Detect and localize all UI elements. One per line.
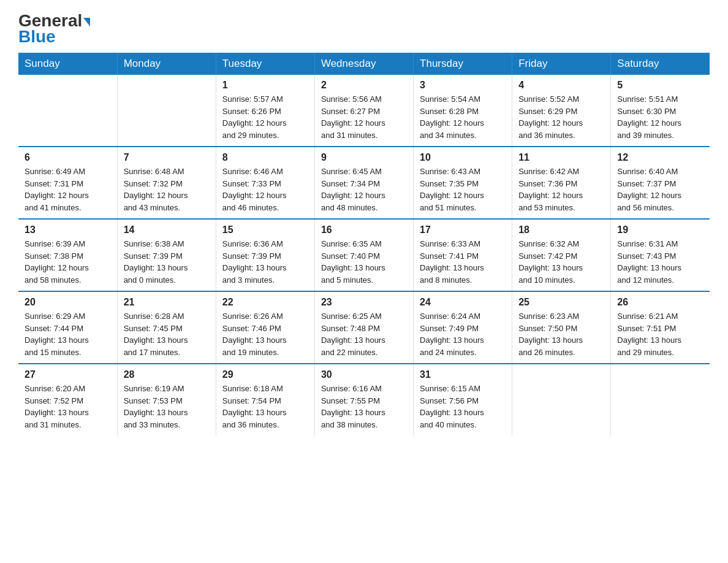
calendar-table: SundayMondayTuesdayWednesdayThursdayFrid…: [18, 53, 710, 435]
calendar-cell: 12Sunrise: 6:40 AM Sunset: 7:37 PM Dayli…: [611, 147, 710, 219]
calendar-cell: 31Sunrise: 6:15 AM Sunset: 7:56 PM Dayli…: [414, 364, 512, 435]
calendar-cell: 5Sunrise: 5:51 AM Sunset: 6:30 PM Daylig…: [611, 75, 710, 147]
weekday-header-wednesday: Wednesday: [314, 53, 413, 75]
day-info: Sunrise: 6:48 AM Sunset: 7:32 PM Dayligh…: [124, 166, 210, 213]
day-number: 19: [617, 224, 703, 236]
calendar-cell: 29Sunrise: 6:18 AM Sunset: 7:54 PM Dayli…: [216, 364, 314, 435]
day-info: Sunrise: 6:31 AM Sunset: 7:43 PM Dayligh…: [617, 238, 703, 286]
calendar-cell: 24Sunrise: 6:24 AM Sunset: 7:49 PM Dayli…: [414, 291, 512, 364]
weekday-header-friday: Friday: [512, 53, 611, 75]
calendar-cell: 11Sunrise: 6:42 AM Sunset: 7:36 PM Dayli…: [512, 147, 611, 219]
day-info: Sunrise: 6:15 AM Sunset: 7:56 PM Dayligh…: [420, 383, 506, 431]
calendar-header-row: SundayMondayTuesdayWednesdayThursdayFrid…: [18, 53, 710, 75]
calendar-cell: 26Sunrise: 6:21 AM Sunset: 7:51 PM Dayli…: [611, 291, 710, 364]
page-header: General Blue: [18, 12, 710, 47]
day-number: 5: [617, 80, 703, 91]
calendar-cell: 25Sunrise: 6:23 AM Sunset: 7:50 PM Dayli…: [512, 291, 611, 364]
day-info: Sunrise: 6:46 AM Sunset: 7:33 PM Dayligh…: [222, 166, 308, 213]
calendar-cell: 6Sunrise: 6:49 AM Sunset: 7:31 PM Daylig…: [18, 147, 117, 219]
day-number: 21: [124, 297, 210, 308]
calendar-cell: 13Sunrise: 6:39 AM Sunset: 7:38 PM Dayli…: [18, 219, 117, 291]
day-info: Sunrise: 6:24 AM Sunset: 7:49 PM Dayligh…: [420, 310, 506, 358]
day-info: Sunrise: 6:20 AM Sunset: 7:52 PM Dayligh…: [25, 383, 111, 431]
day-info: Sunrise: 6:18 AM Sunset: 7:54 PM Dayligh…: [222, 383, 308, 431]
day-number: 14: [124, 224, 210, 236]
day-info: Sunrise: 6:26 AM Sunset: 7:46 PM Dayligh…: [222, 310, 308, 358]
day-info: Sunrise: 5:56 AM Sunset: 6:27 PM Dayligh…: [321, 93, 407, 141]
day-info: Sunrise: 6:49 AM Sunset: 7:31 PM Dayligh…: [25, 166, 111, 213]
weekday-header-tuesday: Tuesday: [216, 53, 314, 75]
day-number: 20: [25, 297, 111, 308]
day-number: 12: [617, 152, 703, 163]
calendar-cell: 16Sunrise: 6:35 AM Sunset: 7:40 PM Dayli…: [314, 219, 413, 291]
calendar-week-1: 1Sunrise: 5:57 AM Sunset: 6:26 PM Daylig…: [18, 75, 710, 147]
calendar-cell: 18Sunrise: 6:32 AM Sunset: 7:42 PM Dayli…: [512, 219, 611, 291]
day-number: 11: [518, 152, 604, 163]
day-number: 17: [420, 224, 506, 236]
day-info: Sunrise: 6:28 AM Sunset: 7:45 PM Dayligh…: [124, 310, 210, 358]
day-number: 26: [617, 297, 703, 308]
day-info: Sunrise: 5:54 AM Sunset: 6:28 PM Dayligh…: [420, 93, 506, 141]
calendar-cell: 1Sunrise: 5:57 AM Sunset: 6:26 PM Daylig…: [216, 75, 314, 147]
calendar-cell: 23Sunrise: 6:25 AM Sunset: 7:48 PM Dayli…: [314, 291, 413, 364]
calendar-week-5: 27Sunrise: 6:20 AM Sunset: 7:52 PM Dayli…: [18, 364, 710, 435]
calendar-cell: 19Sunrise: 6:31 AM Sunset: 7:43 PM Dayli…: [611, 219, 710, 291]
calendar-cell: 20Sunrise: 6:29 AM Sunset: 7:44 PM Dayli…: [18, 291, 117, 364]
day-info: Sunrise: 5:57 AM Sunset: 6:26 PM Dayligh…: [222, 93, 308, 141]
day-number: 15: [222, 224, 308, 236]
day-info: Sunrise: 6:19 AM Sunset: 7:53 PM Dayligh…: [124, 383, 210, 431]
calendar-cell: [611, 364, 710, 435]
day-number: 23: [321, 297, 407, 308]
day-info: Sunrise: 6:43 AM Sunset: 7:35 PM Dayligh…: [420, 166, 506, 213]
day-info: Sunrise: 6:32 AM Sunset: 7:42 PM Dayligh…: [518, 238, 604, 286]
day-number: 16: [321, 224, 407, 236]
calendar-cell: 10Sunrise: 6:43 AM Sunset: 7:35 PM Dayli…: [414, 147, 512, 219]
calendar-cell: [512, 364, 611, 435]
day-info: Sunrise: 6:33 AM Sunset: 7:41 PM Dayligh…: [420, 238, 506, 286]
calendar-cell: 28Sunrise: 6:19 AM Sunset: 7:53 PM Dayli…: [117, 364, 216, 435]
logo: General Blue: [18, 12, 90, 47]
calendar-cell: 2Sunrise: 5:56 AM Sunset: 6:27 PM Daylig…: [314, 75, 413, 147]
calendar-cell: 21Sunrise: 6:28 AM Sunset: 7:45 PM Dayli…: [117, 291, 216, 364]
day-info: Sunrise: 6:29 AM Sunset: 7:44 PM Dayligh…: [25, 310, 111, 358]
day-info: Sunrise: 6:21 AM Sunset: 7:51 PM Dayligh…: [617, 310, 703, 358]
day-number: 6: [25, 152, 111, 163]
day-info: Sunrise: 6:25 AM Sunset: 7:48 PM Dayligh…: [321, 310, 407, 358]
logo-blue: Blue: [18, 27, 56, 47]
day-number: 2: [321, 80, 407, 91]
day-info: Sunrise: 6:35 AM Sunset: 7:40 PM Dayligh…: [321, 238, 407, 286]
calendar-cell: 22Sunrise: 6:26 AM Sunset: 7:46 PM Dayli…: [216, 291, 314, 364]
day-info: Sunrise: 5:51 AM Sunset: 6:30 PM Dayligh…: [617, 93, 703, 141]
calendar-cell: 7Sunrise: 6:48 AM Sunset: 7:32 PM Daylig…: [117, 147, 216, 219]
calendar-cell: 30Sunrise: 6:16 AM Sunset: 7:55 PM Dayli…: [314, 364, 413, 435]
day-info: Sunrise: 6:40 AM Sunset: 7:37 PM Dayligh…: [617, 166, 703, 213]
day-number: 18: [518, 224, 604, 236]
day-number: 3: [420, 80, 506, 91]
day-number: 30: [321, 369, 407, 380]
calendar-cell: 14Sunrise: 6:38 AM Sunset: 7:39 PM Dayli…: [117, 219, 216, 291]
day-number: 24: [420, 297, 506, 308]
weekday-header-sunday: Sunday: [18, 53, 117, 75]
day-number: 31: [420, 369, 506, 380]
calendar-cell: [18, 75, 117, 147]
day-number: 22: [222, 297, 308, 308]
day-number: 27: [25, 369, 111, 380]
day-info: Sunrise: 6:23 AM Sunset: 7:50 PM Dayligh…: [518, 310, 604, 358]
calendar-cell: 17Sunrise: 6:33 AM Sunset: 7:41 PM Dayli…: [414, 219, 512, 291]
calendar-cell: 3Sunrise: 5:54 AM Sunset: 6:28 PM Daylig…: [414, 75, 512, 147]
day-number: 28: [124, 369, 210, 380]
day-number: 10: [420, 152, 506, 163]
day-number: 1: [222, 80, 308, 91]
calendar-week-2: 6Sunrise: 6:49 AM Sunset: 7:31 PM Daylig…: [18, 147, 710, 219]
day-number: 8: [222, 152, 308, 163]
day-number: 29: [222, 369, 308, 380]
day-number: 9: [321, 152, 407, 163]
day-info: Sunrise: 6:16 AM Sunset: 7:55 PM Dayligh…: [321, 383, 407, 431]
calendar-cell: 4Sunrise: 5:52 AM Sunset: 6:29 PM Daylig…: [512, 75, 611, 147]
day-number: 4: [518, 80, 604, 91]
day-number: 7: [124, 152, 210, 163]
weekday-header-saturday: Saturday: [611, 53, 710, 75]
day-number: 25: [518, 297, 604, 308]
calendar-cell: [117, 75, 216, 147]
weekday-header-monday: Monday: [117, 53, 216, 75]
